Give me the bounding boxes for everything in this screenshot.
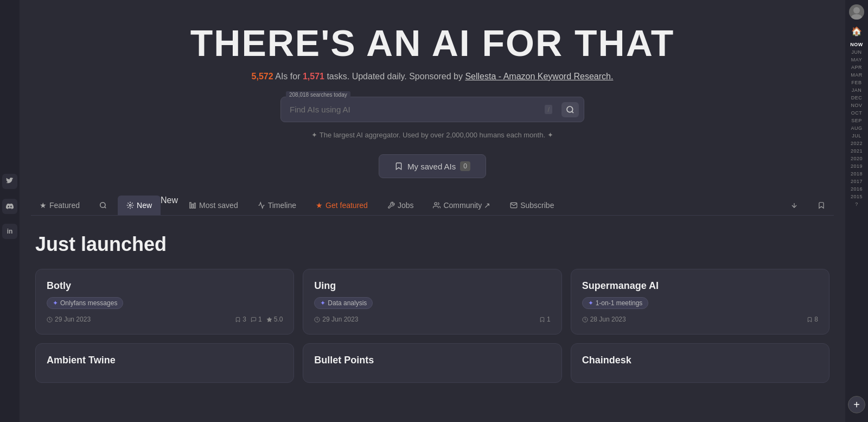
stat-bookmarks: 3: [235, 316, 246, 323]
card-uing[interactable]: Uing ✦ Data analysis 29 Jun 2023 1: [303, 269, 561, 335]
tab-sort[interactable]: [782, 196, 807, 215]
time-label-jun[interactable]: JUN: [850, 48, 863, 56]
tab-most-saved-label: Most saved: [199, 201, 238, 210]
card-supermanage-ai[interactable]: Supermanage AI ✦ 1-on-1 meetings 28 Jun …: [571, 269, 829, 335]
right-sidebar: 🏠 NOW JUN MAY APR MAR FEB JAN DEC NOV OC…: [845, 0, 868, 422]
time-label-2022[interactable]: 2022: [850, 140, 863, 147]
tab-community[interactable]: Community ↗: [424, 196, 499, 215]
avatar[interactable]: [849, 4, 864, 20]
time-label-may[interactable]: MAY: [850, 56, 863, 64]
tag-sparkle-icon: ✦: [53, 299, 58, 307]
card-uing-stats: 1: [539, 316, 551, 323]
saved-button-label: My saved AIs: [407, 162, 456, 171]
add-button[interactable]: +: [848, 396, 865, 413]
cards-grid-partial: Ambient Twine Bullet Points Chaindesk: [31, 343, 834, 383]
card-chaindesk[interactable]: Chaindesk: [571, 343, 829, 383]
time-label-2019[interactable]: 2019: [850, 162, 863, 170]
tab-jobs-label: Jobs: [398, 201, 414, 210]
card-uing-title: Uing: [314, 280, 550, 292]
discord-icon[interactable]: [2, 199, 17, 214]
search-slash-icon: /: [545, 105, 552, 114]
twitter-icon[interactable]: [2, 174, 17, 189]
search-input[interactable]: [290, 105, 545, 114]
svg-point-10: [435, 203, 437, 205]
time-label-jan[interactable]: JAN: [850, 86, 863, 94]
star-icon: ★: [40, 201, 47, 210]
search-count-label: 208,018 searches today: [286, 91, 350, 98]
svg-point-1: [851, 14, 862, 20]
time-label-now[interactable]: NOW: [850, 41, 863, 48]
tab-timeline-label: Timeline: [268, 201, 296, 210]
card-supermanage-stats: 8: [807, 316, 818, 323]
get-featured-star-icon: ★: [316, 201, 323, 210]
card-supermanage-date: 28 Jun 2023: [582, 316, 626, 323]
card-botly[interactable]: Botly ✦ Onlyfans messages 29 Jun 2023 3: [35, 269, 294, 335]
card-uing-footer: 29 Jun 2023 1: [314, 316, 550, 323]
card-botly-footer: 29 Jun 2023 3 1 5.0: [47, 316, 283, 323]
stat-rating: 5.0: [266, 316, 283, 323]
search-container: 208,018 searches today /: [280, 97, 584, 122]
svg-line-5: [105, 207, 106, 209]
tab-subscribe[interactable]: Subscribe: [501, 196, 563, 215]
tab-get-featured-label: Get featured: [326, 201, 368, 210]
card-botly-stats: 3 1 5.0: [235, 316, 283, 323]
time-label-feb[interactable]: FEB: [850, 79, 863, 86]
subtitle-ais-for: AIs for: [275, 72, 303, 81]
hero-subtitle: 5,572 AIs for 1,571 tasks. Updated daily…: [252, 72, 614, 81]
subtitle-tasks: tasks. Updated daily. Sponsored by: [327, 72, 465, 81]
svg-point-0: [853, 7, 860, 14]
tag-sparkle-icon: ✦: [320, 299, 326, 307]
time-label-oct[interactable]: OCT: [850, 109, 863, 117]
new-badge: New: [161, 196, 178, 215]
tag-sparkle-icon: ✦: [588, 299, 593, 307]
time-label-2015[interactable]: 2015: [850, 193, 863, 200]
time-label-unknown[interactable]: ?: [850, 200, 863, 208]
home-icon[interactable]: 🏠: [851, 26, 862, 36]
tab-jobs[interactable]: Jobs: [379, 196, 423, 215]
time-label-2020[interactable]: 2020: [850, 155, 863, 162]
card-chaindesk-title: Chaindesk: [582, 355, 818, 366]
time-label-2018[interactable]: 2018: [850, 170, 863, 178]
time-label-apr[interactable]: APR: [850, 64, 863, 71]
nav-tabs: ★ Featured New New Most saved Timeline ★: [31, 196, 834, 216]
tab-featured[interactable]: ★ Featured: [31, 196, 88, 215]
stat-comments: 1: [251, 316, 262, 323]
time-label-2016[interactable]: 2016: [850, 185, 863, 193]
search-box: /: [280, 97, 584, 122]
time-label-2021[interactable]: 2021: [850, 147, 863, 155]
time-label-aug[interactable]: AUG: [850, 124, 863, 132]
tab-new-label: New: [137, 201, 152, 210]
svg-point-6: [129, 204, 131, 206]
tab-search[interactable]: [91, 196, 116, 215]
card-supermanage-tag: ✦ 1-on-1 meetings: [582, 297, 649, 309]
card-uing-date: 29 Jun 2023: [314, 316, 358, 323]
stat-bookmarks: 8: [807, 316, 818, 323]
left-sidebar: in: [0, 0, 20, 422]
svg-marker-13: [267, 317, 272, 322]
svg-point-2: [567, 106, 573, 112]
time-label-nov[interactable]: NOV: [850, 102, 863, 109]
tab-community-label: Community ↗: [443, 201, 490, 210]
linkedin-icon[interactable]: in: [2, 224, 17, 239]
search-button[interactable]: [561, 102, 579, 117]
time-label-sep[interactable]: SEP: [850, 117, 863, 124]
tab-get-featured[interactable]: ★ Get featured: [307, 196, 376, 215]
time-label-jul[interactable]: JUL: [850, 132, 863, 140]
ai-count: 5,572: [252, 72, 273, 81]
sponsor-link[interactable]: Sellesta - Amazon Keyword Research.: [465, 72, 613, 81]
tab-bookmark[interactable]: [809, 196, 834, 215]
time-label-dec[interactable]: DEC: [850, 94, 863, 102]
svg-rect-9: [194, 203, 195, 208]
card-ambient-twine[interactable]: Ambient Twine: [35, 343, 294, 383]
time-label-2017[interactable]: 2017: [850, 178, 863, 185]
card-supermanage-title: Supermanage AI: [582, 280, 818, 292]
saved-ais-button[interactable]: My saved AIs 0: [379, 154, 486, 178]
tab-most-saved[interactable]: Most saved: [180, 196, 247, 215]
tab-new-wrapper: New New: [118, 196, 178, 215]
time-label-mar[interactable]: MAR: [850, 71, 863, 79]
card-bullet-points[interactable]: Bullet Points: [303, 343, 561, 383]
tab-timeline[interactable]: Timeline: [249, 196, 305, 215]
card-supermanage-tag-label: 1-on-1 meetings: [596, 299, 643, 307]
hero-title: THERE'S AN AI FOR THAT: [190, 22, 675, 64]
tab-new[interactable]: New: [118, 196, 161, 215]
